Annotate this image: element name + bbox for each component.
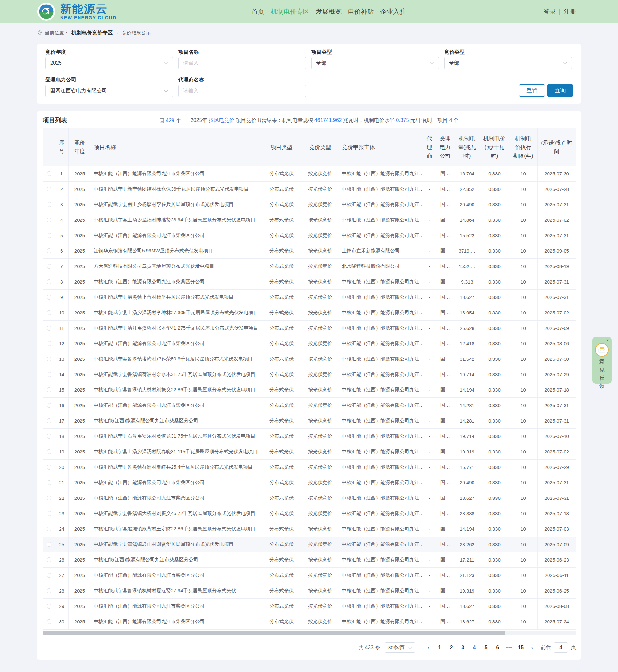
table-row[interactable]: 262025中核汇能(江西)能源有限公司九江市柴桑区分公司分布式光伏按光伏竞价中… [43,552,576,568]
radio-button[interactable] [47,248,51,253]
radio-button[interactable] [47,588,51,593]
cell-radio[interactable] [43,382,55,398]
project-type-select[interactable]: 全部 [311,57,439,69]
radio-button[interactable] [47,403,51,408]
cell-radio[interactable] [43,583,55,599]
radio-button[interactable] [47,187,51,192]
table-row[interactable]: 52025中核汇能（江西）能源有限公司九江市柴桑区分公司分布式光伏按光伏竞价中核… [43,228,576,243]
cell-radio[interactable] [43,552,55,568]
radio-button[interactable] [47,279,51,284]
cell-radio[interactable] [43,259,55,274]
radio-button[interactable] [47,495,51,500]
cell-radio[interactable] [43,321,55,336]
table-row[interactable]: 112025中核汇能武宁县清江乡汉桥村张本华41.275千瓦居民屋顶分布式光伏发… [43,321,576,336]
nav-item[interactable]: 机制电价专区 [271,7,309,16]
page-size-select[interactable]: 30条/页 [385,642,415,653]
cell-radio[interactable] [43,243,55,259]
search-button[interactable]: 查询 [547,84,573,97]
nav-item[interactable]: 企业入驻 [380,7,406,16]
agent-name-input[interactable] [183,88,301,94]
radio-button[interactable] [47,341,51,346]
cell-radio[interactable] [43,367,55,382]
table-row[interactable]: 302025中核汇能（江西）能源有限公司九江市柴桑区分公司分布式光伏按光伏竞价中… [43,614,576,630]
cell-radio[interactable] [43,290,55,305]
radio-button[interactable] [47,573,51,578]
table-row[interactable]: 292025中核汇能（江西）能源有限公司九江市柴桑区分公司分布式光伏按光伏竞价中… [43,599,576,614]
cell-radio[interactable] [43,182,55,197]
radio-button[interactable] [47,511,51,516]
radio-button[interactable] [47,542,51,547]
cell-radio[interactable] [43,305,55,321]
table-row[interactable]: 42025中核汇能武宁县上汤乡温汤村陈继贤23.94千瓦居民屋顶分布式光伏发电项… [43,212,576,228]
radio-button[interactable] [47,171,51,176]
feedback-widget[interactable]: x 意见反馈 [592,337,612,383]
cell-radio[interactable] [43,212,55,228]
radio-button[interactable] [47,418,51,423]
cell-radio[interactable] [43,537,55,552]
cell-radio[interactable] [43,351,55,367]
radio-button[interactable] [47,434,51,439]
cell-radio[interactable] [43,475,55,490]
table-row[interactable]: 82025中核汇能（江西）能源有限公司九江市柴桑区分公司分布式光伏按光伏竞价中核… [43,274,576,290]
cell-radio[interactable] [43,521,55,537]
table-row[interactable]: 282025中核汇能武宁县鲁溪镇枫树村夏沅贤27.94千瓦居民屋顶分布式光伏分布… [43,583,576,599]
radio-button[interactable] [47,357,51,361]
table-row[interactable]: 102025中核汇能武宁县上汤乡温汤村李坤林27.305千瓦居民屋顶分布式光伏发… [43,305,576,321]
bid-type-select[interactable]: 全部 [444,57,572,69]
page-number[interactable]: 4 [469,645,480,651]
radio-button[interactable] [47,604,51,608]
cell-radio[interactable] [43,444,55,460]
scrollbar-thumb[interactable] [43,631,505,635]
close-icon[interactable]: x [606,337,609,342]
radio-button[interactable] [47,310,51,315]
radio-button[interactable] [47,619,51,624]
cell-radio[interactable] [43,568,55,583]
radio-button[interactable] [47,264,51,269]
next-page-button[interactable]: › [527,644,537,651]
cell-radio[interactable] [43,166,55,182]
project-name-input[interactable] [183,60,301,66]
table-row[interactable]: 242025中核汇能武宁县船滩镇殿背村王定财22.86千瓦居民屋顶分布式光伏发电… [43,521,576,537]
table-row[interactable]: 162025中核汇能（江西）能源有限公司九江市柴桑区分公司分布式光伏按光伏竞价中… [43,398,576,413]
radio-button[interactable] [47,449,51,454]
table-row[interactable]: 72025方大智造科技有限公司章贡基地屋顶分布式光伏发电项目分布式光伏按光伏竞价… [43,259,576,274]
cell-radio[interactable] [43,197,55,212]
table-row[interactable]: 142025中核汇能武宁县鲁溪镇荷洲村余水木31.75千瓦居民屋顶分布式光伏发电… [43,367,576,382]
goto-page-input[interactable]: 4 [554,642,568,653]
table-row[interactable]: 252025中核汇能武宁县澧溪镇岩山村谢贤华居民屋顶分布式光伏发电项目分布式光伏… [43,537,576,552]
page-number[interactable]: 5 [480,645,492,651]
nav-item[interactable]: 首页 [251,7,264,16]
page-number[interactable]: 15 [515,645,527,651]
cell-radio[interactable] [43,506,55,521]
table-row[interactable]: 202025中核汇能武宁县鲁溪镇荷洲村夏红兵25.4千瓦居民屋顶分布式光伏发电项… [43,460,576,475]
reset-button[interactable]: 重置 [519,84,545,97]
table-row[interactable]: 232025中核汇能武宁县鲁溪镇大桥村刘振义45.72千瓦居民屋顶分布式光伏发电… [43,506,576,521]
radio-button[interactable] [47,233,51,238]
page-number[interactable]: 1 [434,645,445,651]
cell-radio[interactable] [43,398,55,413]
table-row[interactable]: 62025江铜华东铜箔有限公司5.99MW屋顶分布式光伏发电项目分布式光伏按光伏… [43,243,576,259]
page-number[interactable]: 3 [457,645,469,651]
cell-radio[interactable] [43,599,55,614]
cell-radio[interactable] [43,274,55,290]
radio-button[interactable] [47,295,51,300]
table-row[interactable]: 32025中核汇能武宁县甫田乡杨廖村李佐兵居民屋顶分布式光伏发电项目分布式光伏按… [43,197,576,212]
horizontal-scrollbar[interactable] [43,631,576,635]
login-link[interactable]: 登录 [544,7,556,16]
radio-button[interactable] [47,387,51,392]
table-row[interactable]: 22025中核汇能武宁县新宁镇团结村徐永保36千瓦居民屋顶分布式光伏发电项目分布… [43,182,576,197]
table-row[interactable]: 212025中核汇能（江西）能源有限公司九江市柴桑区分公司分布式光伏按光伏竞价中… [43,475,576,490]
cell-radio[interactable] [43,429,55,444]
prev-page-button[interactable]: ‹ [423,644,434,651]
table-row[interactable]: 122025中核汇能（江西）能源有限公司九江市柴桑区分公司分布式光伏按光伏竞价中… [43,336,576,351]
cell-radio[interactable] [43,460,55,475]
table-row[interactable]: 192025中核汇能武宁县上汤乡温汤村阮春晓31.115千瓦居民屋顶分布式光伏发… [43,444,576,460]
table-row[interactable]: 152025中核汇能武宁县鲁溪镇大桥村刘振义22.86千瓦居民屋顶分布式光伏发电… [43,382,576,398]
register-link[interactable]: 注册 [564,7,576,16]
table-row[interactable]: 182025中核汇能武宁县石渡乡安乐村黄恢龙31.75千瓦居民屋顶分布式光伏发电… [43,429,576,444]
radio-button[interactable] [47,527,51,531]
radio-button[interactable] [47,372,51,377]
page-number[interactable]: 6 [492,645,503,651]
nav-item[interactable]: 电价补贴 [348,7,374,16]
cell-radio[interactable] [43,336,55,351]
